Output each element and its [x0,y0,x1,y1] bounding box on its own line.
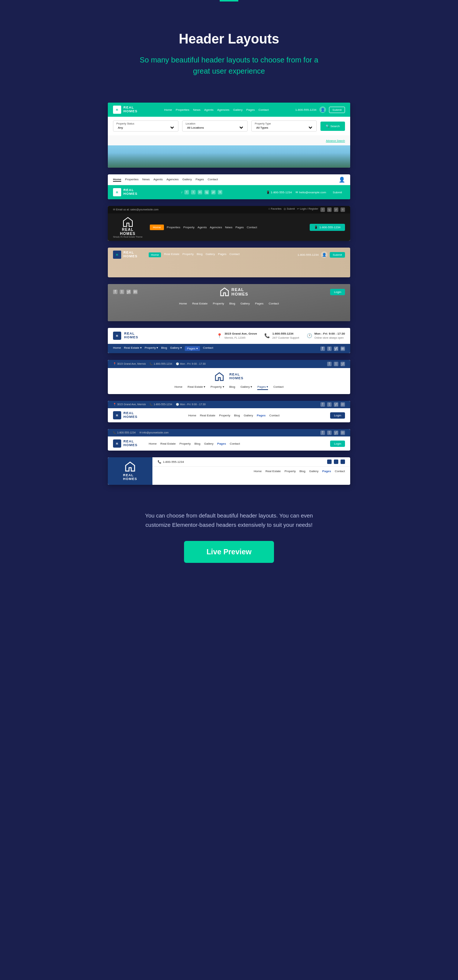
linkedin-icon[interactable]: in [133,290,138,294]
youtube-icon[interactable]: yt [126,290,131,294]
nav-home[interactable]: Home [149,442,156,445]
twitter-icon[interactable]: t [120,290,124,294]
nav-pages[interactable]: Pages [217,442,226,445]
nav-agents[interactable]: Agents [154,178,163,182]
youtube-icon[interactable]: yt [334,431,338,435]
nav-realestate[interactable]: Real Estate ▾ [188,385,205,390]
nav-property[interactable]: Property [180,442,191,445]
nav-gallery[interactable]: Gallery ▾ [240,385,253,390]
nav-blog[interactable]: Blog [229,385,235,390]
nav-blog[interactable]: Blog [194,442,200,445]
nav-property[interactable]: Property [183,226,194,229]
nav-property[interactable]: Property [219,414,230,417]
nav-home[interactable]: Home [113,178,121,182]
nav-agencies[interactable]: Agencies [217,108,229,111]
twitter-icon[interactable]: t [191,190,196,194]
nav-property[interactable]: Property [285,469,296,473]
nav-agents[interactable]: Agents [204,108,213,111]
nav-news[interactable]: News [193,108,200,111]
nav-pages[interactable]: Pages [255,302,264,305]
search-button[interactable]: 🔍 Search [320,122,345,131]
facebook-icon[interactable]: f [320,431,325,435]
nav-blog[interactable]: Blog [229,302,235,305]
nav-pages[interactable]: Pages [257,414,266,417]
youtube-icon[interactable]: yt [334,207,338,212]
twitter-icon[interactable]: t [334,460,338,464]
email-link[interactable]: ✉ hello@example.com [296,191,326,194]
property-status-select[interactable]: Any [116,126,175,130]
user-icon[interactable]: 👤 [319,106,326,113]
twitter-icon[interactable]: t [334,362,338,366]
facebook-icon[interactable]: f [184,190,189,194]
facebook-icon[interactable]: f [327,460,332,464]
nav-gallery[interactable]: Gallery [243,414,253,417]
nav-gallery[interactable]: Gallery [205,253,215,257]
nav-home[interactable]: Home [254,469,262,473]
login-link[interactable]: ↩ Login / Register [297,207,318,212]
submit-button[interactable]: Submit [330,189,345,195]
facebook-icon[interactable]: f [320,347,325,351]
nav-realestate[interactable]: Real Estate [266,469,281,473]
linkedin-icon[interactable]: in [340,347,345,351]
tiktok-icon[interactable]: tt [340,207,345,212]
nav-gallery[interactable]: Gallery [309,469,319,473]
youtube-icon[interactable]: yt [211,190,216,194]
submit-link[interactable]: ◎ Submit [284,207,295,212]
nav-home[interactable]: Home [188,414,196,417]
nav-gallery[interactable]: Gallery [204,442,213,445]
nav-realestate[interactable]: Real Estate [200,414,215,417]
phone-button[interactable]: 📱 1-800-555-1234 [310,224,345,231]
nav-news[interactable]: News [225,226,232,229]
nav-home[interactable]: Home [113,346,121,351]
youtube-icon[interactable]: yt [340,460,345,464]
nav-contact[interactable]: Contact [203,346,213,351]
nav-property[interactable]: Property ▾ [210,385,224,390]
facebook-icon[interactable]: f [320,402,325,407]
nav-home[interactable]: Home [164,108,172,111]
submit-button[interactable]: Submit [330,252,345,258]
user-icon[interactable]: 👤 [339,177,345,183]
linkedin-icon[interactable]: in [340,402,345,407]
nav-gallery[interactable]: Gallery [233,108,242,111]
nav-gallery[interactable]: Gallery ▾ [170,346,182,351]
nav-property[interactable]: Property [183,253,194,257]
nav-agencies[interactable]: Agencies [167,178,179,182]
nav-blog[interactable]: Blog [234,414,240,417]
nav-properties[interactable]: Properties [167,226,180,229]
login-button[interactable]: Login [330,289,345,295]
nav-property[interactable]: Property [213,302,224,305]
login-button[interactable]: Login [330,412,345,418]
nav-agencies[interactable]: Agencies [210,226,222,229]
nav-properties[interactable]: Properties [125,178,138,182]
youtube-icon[interactable]: yt [334,402,338,407]
favorites-link[interactable]: ☆ Favorites [268,207,282,212]
nav-contact[interactable]: Contact [230,442,240,445]
tiktok-icon[interactable]: tt [218,190,222,194]
instagram-icon[interactable]: ig [327,207,332,212]
nav-pages[interactable]: Pages [322,469,331,473]
youtube-icon[interactable]: yt [340,362,345,366]
nav-pages[interactable]: Pages ▾ [185,346,200,351]
youtube-icon[interactable]: yt [334,347,338,351]
nav-pages[interactable]: Pages [235,226,244,229]
nav-property[interactable]: Property ▾ [145,346,158,351]
twitter-icon[interactable]: t [327,402,332,407]
nav-agents[interactable]: Agents [197,226,207,229]
login-button[interactable]: Login [330,441,345,447]
nav-realestate[interactable]: Real Estate [164,253,179,257]
nav-pages[interactable]: Pages [218,253,226,257]
nav-home[interactable]: Home [174,385,182,390]
nav-contact[interactable]: Contact [335,469,345,473]
facebook-icon[interactable]: f [320,207,325,212]
nav-blog[interactable]: Blog [161,346,167,351]
nav-contact[interactable]: Contact [273,385,284,390]
nav-contact[interactable]: Contact [208,178,218,182]
nav-contact[interactable]: Contact [229,253,240,257]
twitter-icon[interactable]: t [327,431,332,435]
facebook-icon[interactable]: f [113,290,118,294]
nav-news[interactable]: News [142,178,150,182]
nav-gallery[interactable]: Gallery [183,178,192,182]
nav-contact[interactable]: Contact [269,302,279,305]
nav-contact[interactable]: Contact [247,226,257,229]
facebook-icon[interactable]: f [327,362,332,366]
